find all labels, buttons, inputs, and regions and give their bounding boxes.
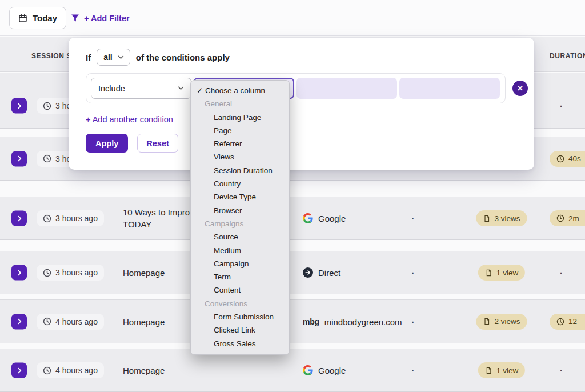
condition-row: Include [86,73,506,103]
clock-icon [43,269,51,277]
referrer: Direct [303,267,340,278]
session-row: 3 hours ago10 Ways to ImprovTODAYGoogle·… [0,197,585,240]
google-icon [303,365,313,375]
referrer: Google [303,213,346,223]
menu-option[interactable]: Session Duration [191,164,289,177]
menu-option-selected[interactable]: ✓Choose a column [191,84,289,97]
expand-session-button[interactable] [11,98,27,114]
session-row: 4 hours agoHomepageGoogle·1 view· [0,349,585,392]
menu-option[interactable]: Source [191,230,289,243]
views-count: 3 views [494,214,520,223]
if-label: If [86,53,91,62]
match-type-select[interactable]: all [97,49,130,66]
duration-badge: 40s [550,151,585,167]
page-title: 10 Ways to ImprovTODAY [123,206,194,230]
session-time: 3 hours ago [37,265,104,281]
toolbar: Today + Add Filter [0,0,585,36]
condition-value-field-1[interactable] [296,78,397,99]
page-title: Homepage [123,267,165,279]
filter-condition-header: If all of the conditions apply [86,49,230,66]
views-count: 1 view [496,366,518,375]
clock-icon [556,318,564,326]
empty-duration-dot: · [560,268,563,278]
chevron-right-icon [15,155,23,163]
session-row: 4 hours agoHomepagembgmindbodygreen.com·… [0,299,585,343]
date-range-button[interactable]: Today [9,7,66,29]
remove-condition-button[interactable]: ✕ [512,81,528,96]
add-condition-link[interactable]: + Add another condition [86,115,173,124]
expand-session-button[interactable] [11,363,27,378]
expand-session-button[interactable] [11,211,27,226]
menu-option[interactable]: Country [191,177,289,190]
session-time-label: 3 hours ago [55,268,98,277]
empty-duration-dot: · [560,101,563,111]
page-title: Homepage [123,315,165,327]
menu-option[interactable]: Term [191,270,289,283]
menu-option[interactable]: Page [191,124,289,137]
page-title: Homepage [123,365,165,377]
column-dropdown-menu: ✓Choose a columnGeneralLanding PagePageR… [190,80,290,355]
screen: { "colors": { "accent": "#5521b5", "badg… [0,0,585,392]
apply-button[interactable]: Apply [86,134,128,153]
menu-option[interactable]: Landing Page [191,111,289,124]
empty-value-dot: · [409,268,417,278]
session-time: 3 hours ago [37,210,104,226]
views-count: 1 view [496,269,518,277]
menu-option[interactable]: Form Submission [191,310,289,323]
views-pages-icon [485,269,492,277]
referrer-label: mindbodygreen.com [324,317,402,326]
views-pages-icon [483,318,490,325]
expand-session-button[interactable] [11,314,27,329]
chevron-down-icon [118,55,124,59]
direct-icon [303,267,313,278]
condition-value-field-2[interactable] [399,78,500,99]
operator-select[interactable]: Include [91,78,191,99]
empty-duration-dot: · [560,366,563,375]
chevron-right-icon [15,214,23,222]
mindbodygreen-icon: mbg [303,317,319,326]
menu-option[interactable]: Browser [191,204,289,217]
clock-icon [43,154,51,163]
menu-option[interactable]: Content [191,283,289,297]
match-type-value: all [103,53,113,62]
session-time: 4 hours ago [37,362,104,378]
clock-icon [43,366,51,375]
menu-option[interactable]: Views [191,150,289,163]
clock-icon [43,317,51,326]
duration-badge: 2m [550,210,585,226]
menu-option[interactable]: Device Type [191,190,289,203]
empty-value-dot: · [409,214,417,223]
menu-option[interactable]: Referrer [191,137,289,150]
reset-button[interactable]: Reset [137,134,178,153]
expand-session-button[interactable] [11,151,27,166]
chevron-right-icon [15,269,23,277]
views-pages-icon [485,367,492,374]
referrer-label: Direct [318,268,340,278]
empty-value-dot: · [409,366,417,375]
duration-badge: 12 [550,314,585,330]
add-filter-label: + Add Filter [84,14,130,23]
referrer-label: Google [318,214,346,223]
filter-modal: If all of the conditions apply Include ✕… [69,38,534,170]
operator-value: Include [98,84,125,93]
menu-option[interactable]: Gross Sales [191,337,289,350]
menu-group-label: Campaigns [191,217,289,230]
session-time-label: 4 hours ago [55,366,98,375]
chevron-right-icon [15,102,23,110]
check-icon: ✓ [197,84,203,97]
views-count: 2 views [494,317,520,326]
views-badge: 3 views [476,210,527,226]
views-badge: 2 views [476,314,527,330]
menu-option[interactable]: Clicked Link [191,323,289,337]
conditions-apply-label: of the conditions apply [136,53,230,62]
session-time: 4 hours ago [37,314,104,330]
filter-funnel-icon [71,14,79,22]
empty-value-dot: · [409,317,417,326]
expand-session-button[interactable] [11,265,27,281]
views-pages-icon [483,215,490,222]
add-filter-button[interactable]: + Add Filter [71,7,130,29]
menu-option[interactable]: Campaign [191,257,289,270]
referrer: mbgmindbodygreen.com [303,317,402,326]
menu-option[interactable]: Medium [191,244,289,257]
clock-icon [556,155,564,163]
